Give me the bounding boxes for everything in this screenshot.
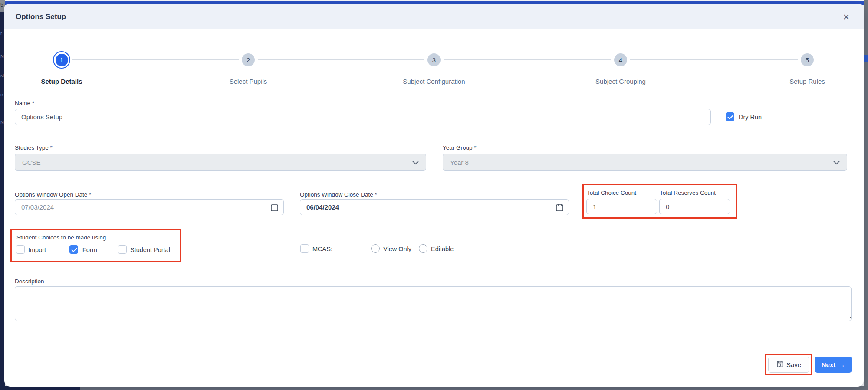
step-label: Subject Grouping [573, 78, 668, 85]
description-label: Description [15, 278, 44, 285]
stepper-step-subject-configuration[interactable]: 3 Subject Configuration [386, 51, 482, 85]
studies-type-value: GCSE [22, 159, 41, 166]
calendar-icon[interactable] [271, 203, 278, 213]
dialog-header: Options Setup ✕ [4, 4, 864, 29]
step-circle: 4 [573, 51, 668, 69]
studies-type-select[interactable]: GCSE [15, 154, 426, 171]
view-only-radio[interactable] [371, 244, 380, 253]
stepper-step-setup-details[interactable]: 1 Setup Details [14, 51, 109, 85]
total-choice-count-label: Total Choice Count [587, 190, 636, 196]
sidebar-text-fragment: r [0, 30, 2, 36]
close-icon[interactable]: ✕ [843, 13, 850, 21]
dry-run-label: Dry Run [739, 114, 762, 121]
options-setup-dialog: Options Setup ✕ 1 Setup Details 2 Select… [4, 4, 864, 387]
sidebar-text-fragment: e [0, 92, 3, 97]
dialog-title: Options Setup [16, 13, 66, 21]
student-portal-checkbox[interactable] [118, 245, 127, 254]
step-label: Subject Configuration [386, 78, 482, 85]
next-button-label: Next [822, 361, 836, 368]
year-group-select[interactable]: Year 8 [443, 154, 847, 171]
save-icon [776, 361, 783, 369]
name-input[interactable] [15, 109, 711, 125]
step-circle: 3 [386, 51, 482, 69]
sidebar-text-fragment: N [0, 120, 4, 125]
next-button[interactable]: Next → [815, 357, 852, 373]
step-circle: 2 [201, 51, 296, 69]
mcas-label: MCAS: [312, 246, 332, 252]
step-circle: 1 [14, 51, 109, 69]
editable-radio[interactable] [419, 244, 427, 253]
student-choices-label: Student Choices to be made using [16, 234, 106, 241]
chevron-down-icon [833, 159, 840, 166]
save-button-label: Save [786, 361, 801, 368]
studies-type-label: Studies Type * [15, 144, 53, 151]
step-label: Setup Details [14, 78, 109, 85]
background-page-blue-notch [864, 55, 868, 62]
editable-label: Editable [431, 246, 454, 252]
arrow-right-icon: → [838, 361, 845, 368]
step-number: 2 [242, 53, 255, 66]
calendar-icon[interactable] [556, 203, 563, 213]
name-label: Name * [15, 100, 34, 106]
import-checkbox[interactable] [16, 245, 25, 254]
step-circle: 5 [760, 51, 855, 69]
step-number: 1 [56, 54, 68, 66]
student-portal-label: Student Portal [130, 246, 170, 253]
step-label: Setup Rules [760, 78, 855, 85]
import-label: Import [28, 246, 46, 253]
year-group-value: Year 8 [450, 159, 469, 166]
step-number: 5 [801, 53, 814, 66]
save-button[interactable]: Save [768, 357, 809, 373]
total-reserves-count-input[interactable] [659, 199, 730, 214]
form-checkbox[interactable] [69, 245, 78, 254]
view-only-label: View Only [383, 246, 411, 252]
chevron-down-icon [412, 159, 419, 166]
dry-run-checkbox[interactable] [726, 112, 734, 121]
close-date-input[interactable] [300, 199, 569, 215]
form-label: Form [82, 246, 97, 253]
background-bottom-bar-gray [80, 386, 868, 390]
sidebar-text-fragment: N [0, 54, 4, 59]
stepper-step-subject-grouping[interactable]: 4 Subject Grouping [573, 51, 668, 85]
mcas-checkbox[interactable] [300, 244, 309, 253]
total-reserves-count-label: Total Reserves Count [660, 190, 716, 196]
stepper-step-select-pupils[interactable]: 2 Select Pupils [201, 51, 296, 85]
total-choice-count-input[interactable] [586, 199, 657, 214]
step-number: 3 [427, 53, 441, 66]
description-textarea[interactable] [15, 286, 852, 321]
close-date-label: Options Window Close Date * [300, 191, 377, 198]
background-bottom-bar-navy [0, 386, 80, 390]
year-group-label: Year Group * [443, 144, 477, 151]
step-label: Select Pupils [201, 78, 296, 85]
open-date-input[interactable] [15, 199, 284, 215]
stepper-step-setup-rules[interactable]: 5 Setup Rules [760, 51, 855, 85]
open-date-label: Options Window Open Date * [15, 191, 91, 198]
step-number: 4 [614, 53, 627, 66]
